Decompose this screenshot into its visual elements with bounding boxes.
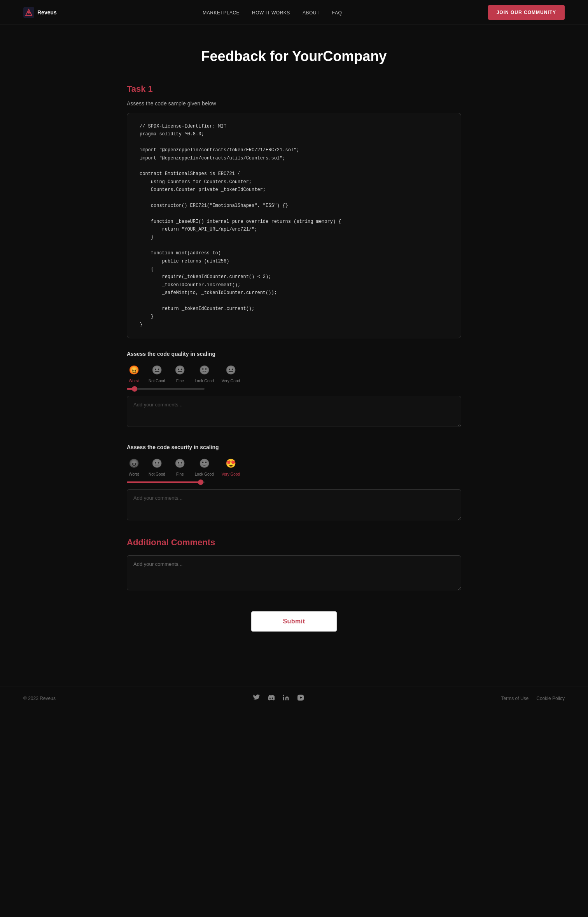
twitter-icon[interactable]: [253, 694, 260, 703]
logo-text: Reveus: [37, 9, 57, 16]
quality-emoji-worst-face: 😡: [127, 363, 141, 377]
quality-emoji-notgood[interactable]: 😐 Not Good: [149, 363, 165, 383]
logo-icon: [23, 7, 34, 18]
security-emoji-lookgood[interactable]: 🙂 Look Good: [195, 457, 214, 477]
security-emoji-worst-face: 😡: [127, 457, 141, 471]
quality-emoji-verygood-label: Very Good: [222, 379, 240, 383]
discord-icon[interactable]: [268, 694, 275, 703]
task1-description: Assess the code sample given below: [127, 100, 461, 107]
quality-emoji-row: 😡 Worst 😐 Not Good 😐 Fine 🙂 Look Good 😐: [127, 363, 461, 383]
svg-point-2: [28, 11, 30, 14]
quality-emoji-worst-label: Worst: [129, 379, 139, 383]
security-emoji-notgood-face: 😐: [150, 457, 164, 471]
main-content: Feedback for YourCompany Task 1 Assess t…: [119, 25, 469, 686]
quality-emoji-notgood-label: Not Good: [149, 379, 165, 383]
nav-about[interactable]: ABOUT: [303, 10, 320, 16]
quality-emoji-worst[interactable]: 😡 Worst: [127, 363, 141, 383]
security-comment-input[interactable]: [127, 489, 461, 520]
quality-comment-input[interactable]: [127, 396, 461, 427]
page-title: Feedback for YourCompany: [127, 48, 461, 65]
security-emoji-worst-label: Worst: [129, 472, 139, 477]
additional-comment-input[interactable]: [127, 555, 461, 590]
join-community-button[interactable]: JOIN OUR COMMUNITY: [488, 5, 565, 20]
svg-point-3: [283, 695, 284, 696]
submit-button[interactable]: Submit: [251, 611, 336, 632]
task1-section: Task 1 Assess the code sample given belo…: [127, 84, 461, 522]
security-emoji-verygood-face: 😍: [224, 457, 238, 471]
security-emoji-verygood[interactable]: 😍 Very Good: [222, 457, 240, 477]
quality-emoji-notgood-face: 😐: [150, 363, 164, 377]
security-label: Assess the code security in scaling: [127, 444, 461, 450]
footer-copyright: © 2023 Reveus: [23, 696, 56, 701]
navbar: Reveus MARKETPLACE HOW IT WORKS ABOUT FA…: [0, 0, 588, 25]
cookie-policy-link[interactable]: Cookie Policy: [536, 696, 565, 701]
quality-assessment: Assess the code quality in scaling 😡 Wor…: [127, 351, 461, 429]
quality-emoji-lookgood-label: Look Good: [195, 379, 214, 383]
quality-emoji-fine[interactable]: 😐 Fine: [173, 363, 187, 383]
nav-how-it-works[interactable]: HOW IT WORKS: [252, 10, 290, 16]
security-slider-track: [127, 481, 205, 483]
code-block: // SPDX-License-Identifier: MIT pragma s…: [127, 113, 461, 338]
additional-title: Additional Comments: [127, 537, 461, 548]
quality-slider-thumb[interactable]: [132, 386, 137, 392]
security-emoji-lookgood-label: Look Good: [195, 472, 214, 477]
footer-links: Terms of Use Cookie Policy: [501, 696, 565, 701]
quality-emoji-fine-label: Fine: [176, 379, 184, 383]
submit-container: Submit: [127, 611, 461, 632]
linkedin-icon[interactable]: [282, 694, 289, 703]
quality-slider-container: [127, 388, 461, 390]
security-emoji-fine[interactable]: 😐 Fine: [173, 457, 187, 477]
nav-links: MARKETPLACE HOW IT WORKS ABOUT FAQ: [203, 9, 342, 16]
logo[interactable]: Reveus: [23, 7, 57, 18]
security-emoji-fine-label: Fine: [176, 472, 184, 477]
security-emoji-notgood[interactable]: 😐 Not Good: [149, 457, 165, 477]
footer: © 2023 Reveus Terms of Use Cookie Policy: [0, 686, 588, 710]
footer-social-icons: [253, 694, 304, 703]
security-slider-container: [127, 481, 461, 483]
terms-of-use-link[interactable]: Terms of Use: [501, 696, 529, 701]
security-emoji-verygood-label: Very Good: [222, 472, 240, 477]
security-emoji-lookgood-face: 🙂: [197, 457, 211, 471]
quality-emoji-lookgood[interactable]: 🙂 Look Good: [195, 363, 214, 383]
nav-marketplace[interactable]: MARKETPLACE: [203, 10, 240, 16]
security-emoji-fine-face: 😐: [173, 457, 187, 471]
quality-emoji-lookgood-face: 🙂: [197, 363, 211, 377]
quality-emoji-fine-face: 😐: [173, 363, 187, 377]
security-assessment: Assess the code security in scaling 😡 Wo…: [127, 444, 461, 522]
security-emoji-notgood-label: Not Good: [149, 472, 165, 477]
additional-section: Additional Comments: [127, 537, 461, 592]
security-slider-thumb[interactable]: [198, 480, 203, 485]
security-emoji-worst[interactable]: 😡 Worst: [127, 457, 141, 477]
quality-emoji-verygood-face: 😐: [224, 363, 238, 377]
youtube-icon[interactable]: [297, 694, 304, 703]
task1-title: Task 1: [127, 84, 461, 94]
quality-emoji-verygood[interactable]: 😐 Very Good: [222, 363, 240, 383]
security-slider-fill: [127, 481, 201, 483]
security-emoji-row: 😡 Worst 😐 Not Good 😐 Fine 🙂 Look Good 😍: [127, 457, 461, 477]
nav-faq[interactable]: FAQ: [332, 10, 342, 16]
quality-slider-track: [127, 388, 205, 390]
code-content: // SPDX-License-Identifier: MIT pragma s…: [140, 122, 448, 329]
quality-label: Assess the code quality in scaling: [127, 351, 461, 357]
